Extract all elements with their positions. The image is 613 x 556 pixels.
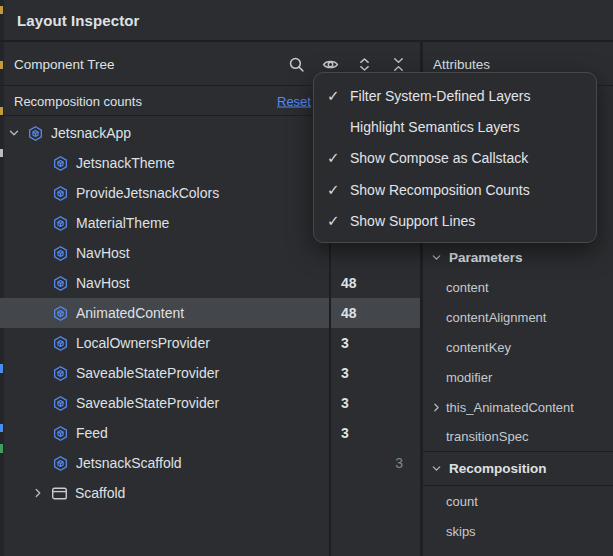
recomposition-count: 48 — [341, 275, 357, 291]
chevron-right-icon[interactable] — [31, 486, 45, 500]
param-label: this_AnimatedContent — [446, 400, 574, 415]
param-modifier[interactable]: modifier — [423, 362, 613, 392]
menu-item-label: Show Support Lines — [350, 213, 475, 229]
search-icon[interactable] — [287, 56, 305, 74]
chevron-down-icon — [430, 462, 443, 475]
tree-row-animatedcontent-selected[interactable]: AnimatedContent 48 — [0, 298, 420, 328]
attributes-body: Parameters content contentAlignment cont… — [423, 242, 613, 546]
compose-node-icon — [52, 395, 69, 412]
compose-node-icon — [52, 245, 69, 262]
checkmark-icon: ✓ — [327, 181, 350, 199]
tree-row-feed[interactable]: Feed 3 — [0, 418, 420, 448]
menu-item-label: Filter System-Defined Layers — [350, 88, 531, 104]
param-content[interactable]: content — [423, 272, 613, 302]
tree-node-label: JetsnackScaffold — [76, 455, 182, 471]
param-label: contentKey — [446, 340, 511, 355]
tree-node-label: JetsnackApp — [51, 125, 131, 141]
param-contentalignment[interactable]: contentAlignment — [423, 302, 613, 332]
tree-node-label: SaveableStateProvider — [76, 365, 219, 381]
section-parameters[interactable]: Parameters — [423, 242, 613, 272]
recomposition-count: 3 — [341, 365, 349, 381]
panel-title: Layout Inspector — [17, 12, 139, 29]
menu-item-filter-system-defined-layers[interactable]: ✓ Filter System-Defined Layers — [314, 80, 596, 111]
tree-row-localownersprovider[interactable]: LocalOwnersProvider 3 — [0, 328, 420, 358]
param-label: transitionSpec — [446, 429, 528, 444]
recomposition-counts-label: Recomposition counts — [14, 94, 142, 109]
param-label: modifier — [446, 370, 492, 385]
tree-node-label: Feed — [76, 425, 108, 441]
view-options-menu: ✓ Filter System-Defined Layers Highlight… — [313, 72, 597, 243]
tree-row-saveablestateprovider-1[interactable]: SaveableStateProvider 3 — [0, 358, 420, 388]
menu-item-highlight-semantics-layers[interactable]: Highlight Semantics Layers — [314, 111, 596, 142]
tree-node-label: LocalOwnersProvider — [76, 335, 210, 351]
compose-node-icon — [52, 365, 69, 382]
tree-row-jetsnackscaffold[interactable]: JetsnackScaffold 3 — [0, 448, 420, 478]
tree-node-label: AnimatedContent — [76, 305, 184, 321]
tree-node-label: Scaffold — [75, 485, 125, 501]
tree-node-label: NavHost — [76, 275, 130, 291]
compose-node-icon — [52, 335, 69, 352]
tree-node-label: ProvideJetsnackColors — [76, 185, 219, 201]
compose-node-icon — [52, 425, 69, 442]
param-this-animatedcontent[interactable]: this_AnimatedContent — [423, 392, 613, 422]
panel-titlebar: Layout Inspector — [0, 0, 613, 42]
attributes-title: Attributes — [433, 57, 490, 72]
tree-node-label: NavHost — [76, 245, 130, 261]
param-label: skips — [446, 524, 476, 539]
menu-item-show-support-lines[interactable]: ✓ Show Support Lines — [314, 206, 596, 237]
recomposition-skips: 3 — [374, 455, 403, 471]
chevron-down-icon — [430, 251, 443, 264]
section-title: Recomposition — [449, 461, 547, 476]
section-title: Parameters — [449, 250, 523, 265]
compose-node-icon — [52, 455, 69, 472]
compose-node-icon — [52, 215, 69, 232]
param-label: content — [446, 280, 489, 295]
checkmark-icon: ✓ — [327, 149, 350, 167]
layout-inspector-window: Layout Inspector Component Tree Recompos… — [0, 0, 613, 556]
scaffold-node-icon — [51, 485, 68, 502]
expand-all-icon[interactable] — [355, 56, 373, 74]
tree-node-label: SaveableStateProvider — [76, 395, 219, 411]
compose-node-icon — [52, 305, 69, 322]
recomposition-count: 48 — [341, 305, 357, 321]
chevron-right-icon[interactable] — [430, 401, 443, 414]
tree-row-scaffold[interactable]: Scaffold — [0, 478, 420, 508]
menu-item-label: Show Compose as Callstack — [350, 150, 528, 166]
tree-node-label: JetsnackTheme — [76, 155, 175, 171]
tree-node-label: MaterialTheme — [76, 215, 169, 231]
recomposition-skips-item[interactable]: skips — [423, 516, 613, 546]
compose-node-icon — [52, 185, 69, 202]
menu-item-show-compose-as-callstack[interactable]: ✓ Show Compose as Callstack — [314, 143, 596, 174]
param-label: contentAlignment — [446, 310, 546, 325]
recomposition-count-item[interactable]: count — [423, 486, 613, 516]
section-recomposition[interactable]: Recomposition — [423, 452, 613, 486]
compose-node-icon — [52, 275, 69, 292]
param-label: count — [446, 494, 478, 509]
collapse-all-icon[interactable] — [389, 56, 407, 74]
tree-row-saveablestateprovider-2[interactable]: SaveableStateProvider 3 — [0, 388, 420, 418]
tree-row-navhost-2[interactable]: NavHost 48 — [0, 268, 420, 298]
component-tree-title: Component Tree — [14, 57, 115, 72]
eye-icon[interactable] — [321, 56, 339, 74]
recomposition-count: 3 — [341, 425, 349, 441]
checkmark-icon: ✓ — [327, 212, 350, 230]
checkmark-icon: ✓ — [327, 87, 350, 105]
menu-item-label: Highlight Semantics Layers — [350, 119, 520, 135]
compose-node-icon — [52, 155, 69, 172]
menu-item-show-recomposition-counts[interactable]: ✓ Show Recomposition Counts — [314, 174, 596, 205]
recomposition-count: 3 — [341, 395, 349, 411]
param-contentkey[interactable]: contentKey — [423, 332, 613, 362]
reset-counts-link[interactable]: Reset — [277, 94, 311, 109]
param-transitionspec[interactable]: transitionSpec — [423, 422, 613, 452]
menu-item-label: Show Recomposition Counts — [350, 182, 530, 198]
compose-node-icon — [27, 125, 44, 142]
recomposition-count: 3 — [341, 335, 349, 351]
chevron-down-icon[interactable] — [7, 126, 21, 140]
